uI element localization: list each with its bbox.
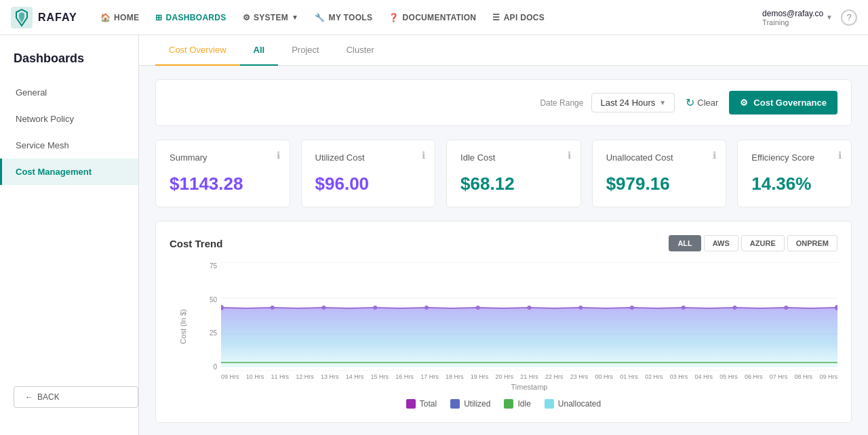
logo[interactable]: RAFAY: [11, 7, 77, 28]
svg-point-13: [527, 306, 531, 310]
settings-icon: ⚙: [740, 98, 748, 108]
nav-api-docs[interactable]: ☰ API DOCS: [486, 9, 551, 26]
tab-cluster[interactable]: Cluster: [333, 35, 388, 66]
tab-cost-overview[interactable]: Cost Overview: [155, 35, 240, 66]
card-unallocated-info[interactable]: ℹ: [713, 150, 716, 161]
svg-point-14: [578, 306, 583, 310]
content-area: Date Range Last 24 Hours ▼ ↻ Clear ⚙ Cos…: [139, 66, 868, 435]
nav-system[interactable]: ⚙ SYSTEM ▼: [236, 9, 306, 26]
nav-right: demos@rafay.co Training ▼ ?: [762, 9, 857, 26]
trend-filter-all[interactable]: ALL: [669, 235, 701, 251]
x-tick: 01 Hrs: [620, 373, 638, 380]
svg-point-17: [732, 306, 736, 310]
svg-point-9: [321, 306, 326, 310]
x-tick: 10 Hrs: [246, 373, 264, 380]
x-tick: 21 Hrs: [520, 373, 538, 380]
x-tick: 17 Hrs: [420, 373, 439, 380]
card-idle-info[interactable]: ℹ: [568, 150, 571, 161]
y-ticks: 75 50 25 0: [202, 262, 221, 371]
legend-utilized: Utilized: [450, 399, 490, 409]
back-button[interactable]: ← BACK: [14, 386, 138, 408]
card-unallocated-value: $979.16: [606, 173, 713, 194]
tools-icon: 🔧: [315, 13, 325, 22]
chart-legend: Total Utilized Idle Unallocated: [170, 399, 837, 409]
date-range-select[interactable]: Last 24 Hours ▼: [591, 93, 675, 112]
user-org: Training: [762, 18, 823, 26]
svg-container: [221, 262, 837, 371]
trend-chart-svg: [221, 262, 837, 371]
x-tick: 03 Hrs: [670, 373, 688, 380]
card-idle-label: Idle Cost: [460, 152, 567, 163]
sidebar-item-service-mesh[interactable]: Service Mesh: [0, 132, 138, 159]
chart-wrapper: Cost (In $) 75 50 25 0: [170, 262, 837, 391]
y-axis-label: Cost (In $): [179, 309, 187, 344]
x-tick: 11 Hrs: [271, 373, 290, 380]
card-efficiency: Efficiency Score 14.36% ℹ: [737, 140, 852, 207]
x-tick: 14 Hrs: [346, 373, 364, 380]
nav-items: 🏠 HOME ⊞ DASHBOARDS ⚙ SYSTEM ▼ 🔧 MY TOOL…: [94, 9, 762, 26]
docs-icon: ❓: [389, 13, 399, 22]
nav-dashboards[interactable]: ⊞ DASHBOARDS: [149, 9, 233, 26]
card-summary-label: Summary: [170, 152, 276, 163]
y-tick-0: 0: [213, 363, 217, 371]
sidebar-title: Dashboards: [0, 46, 138, 79]
legend-total-color: [406, 399, 416, 409]
refresh-icon: ↻: [686, 96, 694, 109]
trend-filter-onprem[interactable]: ONPREM: [787, 235, 837, 251]
card-utilized-info[interactable]: ℹ: [422, 150, 425, 161]
x-tick: 22 Hrs: [545, 373, 564, 380]
sidebar: Dashboards General Network Policy Servic…: [0, 35, 139, 435]
dashboards-icon: ⊞: [155, 13, 162, 22]
card-unallocated: Unallocated Cost $979.16 ℹ: [592, 140, 727, 207]
card-utilized: Utilized Cost $96.00 ℹ: [301, 140, 436, 207]
trend-filter-group: ALL AWS AZURE ONPREM: [669, 235, 837, 251]
x-tick-container: 09 Hrs 10 Hrs 11 Hrs 12 Hrs 13 Hrs 14 Hr…: [221, 373, 837, 380]
card-unallocated-label: Unallocated Cost: [606, 152, 713, 163]
tab-all[interactable]: All: [240, 35, 279, 66]
svg-point-12: [476, 306, 480, 310]
x-tick: 12 Hrs: [296, 373, 314, 380]
svg-point-18: [784, 306, 788, 310]
x-tick: 09 Hrs: [819, 373, 837, 380]
help-button[interactable]: ?: [841, 9, 857, 26]
user-menu[interactable]: demos@rafay.co Training ▼: [762, 9, 833, 26]
user-dropdown-chevron: ▼: [826, 14, 833, 21]
x-tick: 09 Hrs: [221, 373, 239, 380]
svg-point-8: [271, 306, 275, 310]
cost-governance-button[interactable]: ⚙ Cost Governance: [729, 91, 837, 115]
card-efficiency-value: 14.36%: [751, 173, 837, 194]
filter-bar: Date Range Last 24 Hours ▼ ↻ Clear ⚙ Cos…: [155, 79, 852, 126]
date-dropdown-chevron: ▼: [659, 99, 666, 106]
nav-my-tools[interactable]: 🔧 MY TOOLS: [308, 9, 379, 26]
trend-filter-azure[interactable]: AZURE: [741, 235, 785, 251]
y-tick-75: 75: [210, 262, 217, 270]
legend-utilized-color: [450, 399, 460, 409]
trend-filter-aws[interactable]: AWS: [704, 235, 738, 251]
home-icon: 🏠: [100, 13, 111, 22]
system-dropdown-chevron: ▼: [292, 14, 298, 21]
user-email: demos@rafay.co: [762, 9, 823, 18]
date-range-value: Last 24 Hours: [600, 98, 655, 108]
date-range-label: Date Range: [540, 98, 583, 108]
x-tick: 13 Hrs: [321, 373, 339, 380]
trend-header: Cost Trend ALL AWS AZURE ONPREM: [170, 235, 837, 251]
x-tick: 05 Hrs: [719, 373, 738, 380]
x-axis-labels: 09 Hrs 10 Hrs 11 Hrs 12 Hrs 13 Hrs 14 Hr…: [221, 373, 837, 380]
chart-with-yaxis: 75 50 25 0: [202, 262, 837, 371]
sidebar-item-network-policy[interactable]: Network Policy: [0, 106, 138, 132]
legend-total: Total: [406, 399, 437, 409]
sidebar-item-cost-management[interactable]: Cost Management: [0, 159, 138, 185]
x-tick: 07 Hrs: [770, 373, 788, 380]
logo-text: RAFAY: [38, 12, 77, 24]
tab-project[interactable]: Project: [278, 35, 332, 66]
sidebar-item-general[interactable]: General: [0, 79, 138, 106]
x-tick: 19 Hrs: [471, 373, 489, 380]
nav-documentation[interactable]: ❓ DOCUMENTATION: [382, 9, 483, 26]
clear-button[interactable]: ↻ Clear: [686, 96, 718, 109]
card-efficiency-info[interactable]: ℹ: [838, 150, 842, 161]
card-idle: Idle Cost $68.12 ℹ: [446, 140, 581, 207]
nav-home[interactable]: 🏠 HOME: [94, 9, 146, 26]
legend-unallocated-color: [545, 399, 554, 409]
x-tick: 06 Hrs: [745, 373, 763, 380]
card-summary-info[interactable]: ℹ: [277, 150, 280, 161]
